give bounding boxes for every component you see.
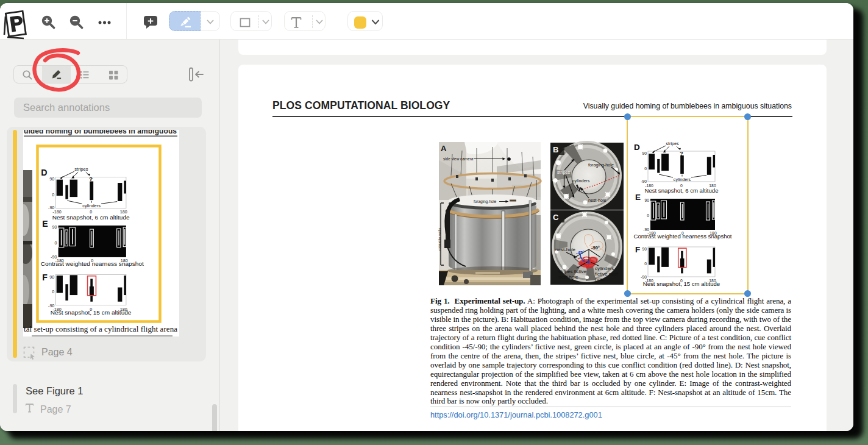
svg-text:cylinders: cylinders: [572, 178, 590, 183]
svg-text:-45°: -45°: [576, 250, 585, 255]
svg-text:rotatable walls: rotatable walls: [438, 228, 441, 251]
svg-text:stripes: stripes: [557, 169, 571, 175]
svg-text:nest-hole: nest-hole: [588, 198, 607, 203]
svg-text:uided homing of bumblebees in: uided homing of bumblebees in ambiguous: [24, 130, 177, 135]
svg-text:tal set-up consisting of a cyl: tal set-up consisting of a cylindrical f…: [24, 324, 177, 333]
svg-text:nest-hole: nest-hole: [555, 247, 575, 252]
svg-text:A: A: [441, 144, 447, 153]
svg-text:stripes fictive: stripes fictive: [558, 269, 587, 274]
svg-text:C: C: [553, 213, 559, 222]
svg-text:foraging-hole: foraging-hole: [474, 199, 497, 204]
svg-text:B: B: [553, 145, 558, 154]
svg-text:fictive nest: fictive nest: [595, 271, 619, 277]
svg-text:-90°: -90°: [591, 245, 600, 251]
svg-text:side view camera: side view camera: [443, 157, 474, 161]
svg-text:foraging-hole: foraging-hole: [588, 162, 614, 168]
svg-text:cylinders: cylinders: [595, 266, 614, 271]
svg-text:nest hole: nest hole: [558, 274, 578, 280]
svg-text:hole: hole: [595, 277, 605, 282]
